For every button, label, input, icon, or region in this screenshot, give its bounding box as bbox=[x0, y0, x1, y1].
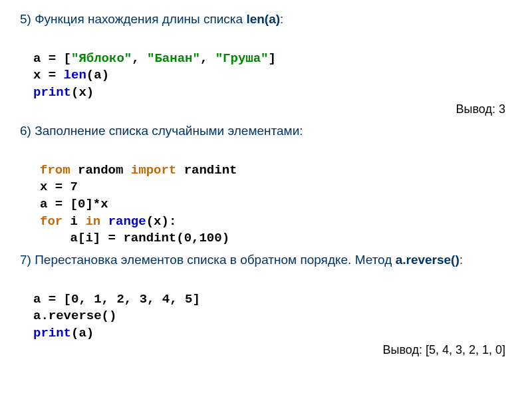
keyword-print: print bbox=[33, 85, 71, 100]
string-literal: "Яблоко" bbox=[71, 51, 132, 66]
keyword-print: print bbox=[33, 326, 71, 340]
code-text: x = 7 bbox=[40, 180, 78, 194]
code-text: a.reverse() bbox=[33, 309, 116, 323]
keyword-for: for bbox=[40, 214, 63, 229]
keyword-from: from bbox=[40, 163, 70, 178]
code-text: (a) bbox=[71, 326, 94, 340]
output-7: Вывод: [5, 4, 3, 2, 1, 0] bbox=[383, 342, 506, 358]
code-text: , bbox=[132, 51, 147, 66]
heading-func: a.reverse() bbox=[396, 253, 460, 267]
heading-suffix: : bbox=[460, 253, 463, 267]
code-text: x = bbox=[33, 68, 64, 82]
heading-text: 5) Функция нахождения длины списка bbox=[20, 12, 246, 26]
code-text: randint bbox=[176, 163, 237, 178]
string-literal: "Груша" bbox=[215, 51, 269, 66]
keyword-in: in bbox=[85, 214, 100, 229]
section-5-heading: 5) Функция нахождения длины списка len(a… bbox=[20, 12, 512, 27]
code-text: (x): bbox=[146, 214, 177, 229]
keyword-len: len bbox=[64, 68, 86, 82]
heading-suffix: : bbox=[280, 12, 283, 26]
code-text: a = [0, 1, 2, 3, 4, 5] bbox=[33, 292, 200, 307]
code-text: (x) bbox=[71, 85, 94, 100]
code-block-6: from random import randint x = 7 a = [0]… bbox=[40, 145, 512, 247]
code-text: a = [ bbox=[33, 51, 71, 66]
code-text: random bbox=[70, 163, 131, 178]
code-text: (a) bbox=[86, 68, 109, 82]
keyword-range: range bbox=[108, 214, 146, 229]
code-text: a = [0]*x bbox=[40, 197, 108, 211]
string-literal: "Банан" bbox=[147, 51, 200, 66]
heading-func: len(a) bbox=[246, 12, 280, 26]
heading-text: 7) Перестановка элементов списка в обрат… bbox=[20, 253, 396, 267]
code-text: ] bbox=[269, 51, 276, 66]
section-6-heading: 6) Заполнение списка случайными элемента… bbox=[20, 124, 512, 138]
section-7-heading: 7) Перестановка элементов списка в обрат… bbox=[20, 253, 512, 267]
code-text: , bbox=[200, 51, 215, 66]
output-5: Вывод: 3 bbox=[456, 101, 505, 117]
code-text: i bbox=[63, 214, 85, 229]
code-block-5: a = ["Яблоко", "Банан", "Груша"] x = len… bbox=[33, 33, 512, 118]
keyword-import: import bbox=[131, 163, 176, 178]
heading-text: 6) Заполнение списка случайными элемента… bbox=[20, 124, 303, 138]
code-text: a[i] = randint(0,100) bbox=[40, 231, 229, 245]
code-block-7: a = [0, 1, 2, 3, 4, 5] a.reverse() print… bbox=[33, 274, 512, 359]
code-text bbox=[100, 214, 108, 229]
